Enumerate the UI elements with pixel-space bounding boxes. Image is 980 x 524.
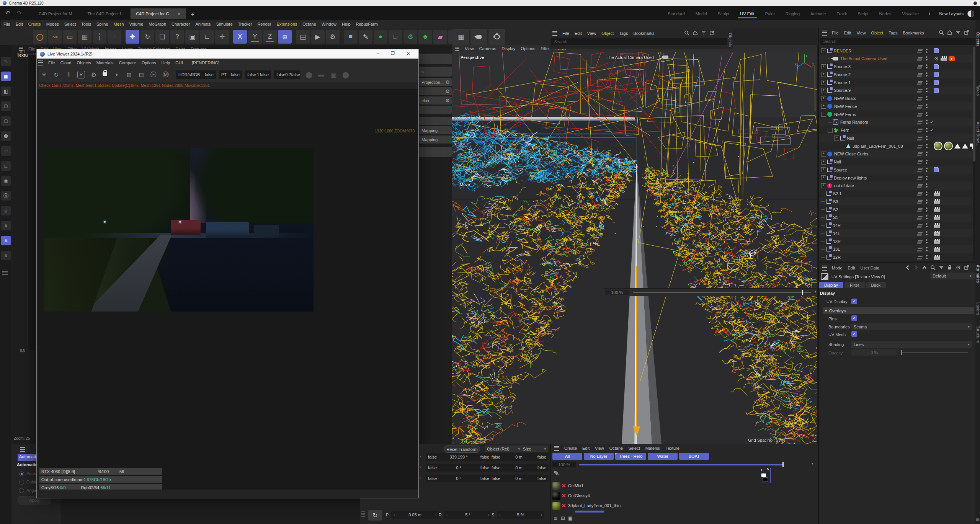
lv-render-area[interactable]: 1920*1080 ZOOM:%70 RTX 4060 [D][8.9]%100… [38,89,418,490]
popout-icon[interactable] [964,30,969,35]
home-icon[interactable] [947,30,952,35]
texture-menu-file[interactable]: File [26,46,38,52]
document-tab[interactable]: C4D Project for C...× [131,8,186,19]
filter-icon[interactable] [956,30,961,35]
add-region-button[interactable]: ⊞ [124,70,134,80]
menu-extensions[interactable]: Extensions [274,21,300,27]
material-item[interactable]: ×OctGlossy4 [552,491,621,501]
ntag-tag-icon[interactable] [934,80,939,85]
expand-icon[interactable]: + [821,88,826,93]
move-tool-button[interactable]: ✥ [126,30,139,44]
layer-stack-icon[interactable] [917,136,923,140]
layer-stack-icon[interactable] [917,176,923,180]
edge-mode-button[interactable]: ⬡ [1,116,11,126]
polygon-mode-button[interactable]: ⬟ [1,131,11,141]
attr-menu-user-data[interactable]: User Data [858,265,882,271]
ntag-tag-icon[interactable] [934,64,939,69]
colorspace-dropdown[interactable]: HDR/sRGBfalse [176,70,216,79]
menu-select[interactable]: Select [62,21,79,27]
texture-mode-button[interactable]: ◧ [1,87,11,96]
layer-stack-icon[interactable] [917,160,923,164]
layer-stack-icon[interactable] [917,120,923,124]
opacity-slider-track[interactable] [901,352,968,353]
expand-icon[interactable]: + [821,96,826,101]
lock-x-axis-button[interactable]: X [233,30,247,44]
rotation-field[interactable]: false339.199 °false [426,453,492,461]
object-row[interactable]: −Fern✓ [819,126,973,134]
object-row[interactable]: S2.1 [819,190,973,198]
volume-builder-button[interactable]: ♣ [418,30,432,44]
tri-tag-icon[interactable] [954,144,960,149]
active-camera-label[interactable]: The Actual Camera Used [607,55,654,60]
film-tag-icon[interactable] [934,207,940,212]
gamma-stepper[interactable]: false0.7false [274,70,300,79]
texture-opacity-track[interactable] [633,292,811,293]
boundaries-dropdown[interactable]: Seams▾ [851,323,972,330]
minimize-button[interactable]: – [377,51,379,56]
layout-tab-visualize[interactable]: Visualize [897,10,924,18]
film-tag-icon[interactable] [934,199,940,204]
up-icon[interactable] [922,265,927,270]
render-region-button[interactable]: ◗ [112,70,122,80]
film-tag-icon[interactable] [934,247,940,252]
material-zoom-value[interactable]: 100 % [552,462,576,467]
layer-stack-icon[interactable] [917,255,923,260]
filter-icon[interactable] [701,30,706,36]
om2-menu-icon[interactable] [552,31,557,36]
uv-display-checkbox[interactable]: ✓ [851,299,857,304]
om-menu-edit[interactable]: Edit [841,30,854,36]
texture-opacity-value[interactable]: 100 % [605,290,629,295]
om2-menu-bookmarks[interactable]: Bookmarks [630,30,657,36]
materials-menu-icon[interactable] [554,446,559,451]
axis-tool-button[interactable]: ∟ [200,30,214,44]
paint-pencil-icon[interactable]: ✎ [554,469,559,478]
model-mode-button[interactable]: ◼ [1,72,11,81]
layer-stack-icon[interactable] [917,144,923,149]
live-selection-button[interactable]: ◯ [33,30,47,44]
collapse-icon[interactable]: − [821,112,826,117]
object-row[interactable]: +NEW Close Curbs [819,150,973,158]
object-row[interactable]: −NEW Ferns [819,110,973,118]
overlays-section[interactable]: ▼Overlays [823,307,974,314]
layer-stack-icon[interactable] [917,128,923,132]
layer-stack-icon[interactable] [917,168,923,172]
menu-character[interactable]: Character [169,21,193,27]
object-row[interactable]: −Null [819,134,973,142]
side-strip-grid-icon[interactable]: ▦ [976,517,979,522]
object-row[interactable]: +NEW Fence [819,102,973,110]
menu-spline[interactable]: Spline [94,21,111,27]
om-menu-object[interactable]: Object [868,30,886,36]
collapse-icon[interactable]: − [821,48,826,53]
quantize-r-field[interactable]: ‹5 °› [444,511,492,519]
ntag-tag-icon[interactable] [934,88,939,93]
document-tab[interactable]: C4D Project for M... [33,8,81,19]
menu-rebusfarm[interactable]: RebusFarm [353,21,381,27]
menu-file[interactable]: File [1,21,13,27]
object-row[interactable]: +Deploy new lights [819,174,973,182]
visibility-dots-icon[interactable] [926,80,928,85]
visibility-dots-icon[interactable] [926,168,928,172]
side-tab-structure[interactable]: Structure [976,326,980,343]
enabled-check-icon[interactable]: ✓ [930,127,934,133]
material-filter-trees-hero[interactable]: Trees - Hero [615,453,646,460]
popout-icon[interactable] [709,30,715,36]
uv-command-button[interactable]: Mapping [419,135,452,144]
opacity-value[interactable]: 0 % [851,349,897,356]
menu-tools[interactable]: Tools [78,21,94,27]
film-tag-icon[interactable] [934,215,940,220]
side-tab-objects[interactable]: Objects [976,32,980,46]
visibility-dots-icon[interactable] [926,183,928,188]
document-tab[interactable]: The C4D Project f... [82,8,130,19]
material-filter-all[interactable]: All [552,453,582,460]
materials-menu-octane[interactable]: Octane [607,445,626,451]
quantize-s-field[interactable]: ‹5 %› [497,511,544,519]
visibility-dots-icon[interactable] [926,112,928,117]
film-tag-icon[interactable] [934,255,940,260]
layer-stack-icon[interactable] [917,112,923,117]
uv-command-button[interactable]: Projection...⚙ [419,78,452,86]
lv-menu-icon[interactable] [38,60,43,65]
viewport-menu-cameras[interactable]: Cameras [477,46,499,52]
pause-render-button[interactable]: ‖ [64,70,74,80]
live-viewer-titlebar[interactable]: Live Viewer 2024.1-[R2] – ❒ × [37,49,418,59]
menu-render[interactable]: Render [255,21,274,27]
